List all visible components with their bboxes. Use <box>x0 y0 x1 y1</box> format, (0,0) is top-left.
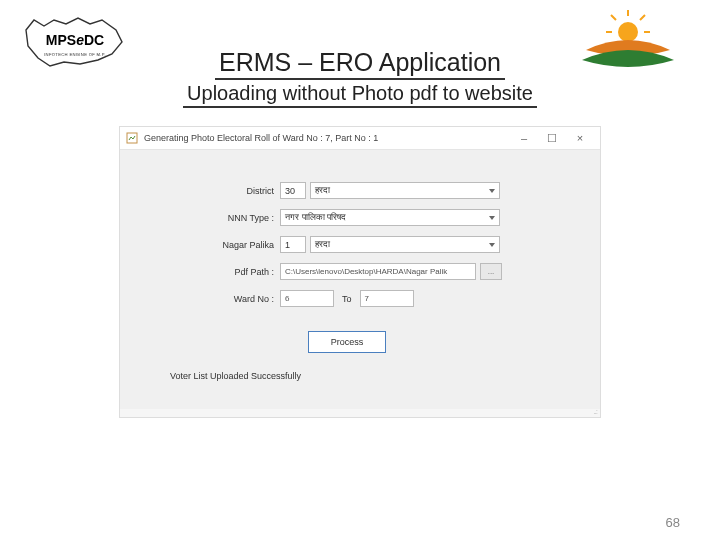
logo-sunrise <box>578 10 678 72</box>
slide-subtitle: Uploading without Photo pdf to website <box>183 82 537 108</box>
nagar-palika-code: 1 <box>280 236 306 253</box>
window-title: Generating Photo Electoral Roll of Ward … <box>144 133 510 143</box>
svg-text:INFOTECH ENGINE OF M.P.: INFOTECH ENGINE OF M.P. <box>44 52 106 57</box>
slide-title: ERMS – ERO Application <box>215 48 505 80</box>
ward-from-input[interactable]: 6 <box>280 290 334 307</box>
nnn-type-select[interactable]: नगर पालिका परिषद <box>280 209 500 226</box>
maximize-button[interactable]: ☐ <box>538 131 566 145</box>
nnn-type-label: NNN Type : <box>120 213 280 223</box>
logo-mpsedc: MPSeDC INFOTECH ENGINE OF M.P. <box>20 12 130 72</box>
pdf-path-label: Pdf Path : <box>120 267 280 277</box>
svg-text:MPSeDC: MPSeDC <box>46 32 104 48</box>
app-icon <box>126 132 138 144</box>
process-button[interactable]: Process <box>308 331 387 353</box>
page-number: 68 <box>666 515 680 530</box>
close-button[interactable]: × <box>566 131 594 145</box>
ward-to-label: To <box>338 294 356 304</box>
nagar-palika-label: Nagar Palika <box>120 240 280 250</box>
ward-to-input[interactable]: 7 <box>360 290 414 307</box>
district-select[interactable]: हरदा <box>310 182 500 199</box>
pdf-path-input[interactable]: C:\Users\lenovo\Desktop\HARDA\Nagar Pali… <box>280 263 476 280</box>
app-window: Generating Photo Electoral Roll of Ward … <box>119 126 601 418</box>
ward-no-label: Ward No : <box>120 294 280 304</box>
nagar-palika-select[interactable]: हरदा <box>310 236 500 253</box>
minimize-button[interactable]: – <box>510 131 538 145</box>
status-message: Voter List Uploaded Successfully <box>120 371 574 395</box>
district-label: District <box>120 186 280 196</box>
resize-grip[interactable]: ..: <box>120 409 600 417</box>
district-code: 30 <box>280 182 306 199</box>
browse-button[interactable]: ... <box>480 263 502 280</box>
window-titlebar: Generating Photo Electoral Roll of Ward … <box>120 127 600 150</box>
svg-point-2 <box>618 22 638 42</box>
